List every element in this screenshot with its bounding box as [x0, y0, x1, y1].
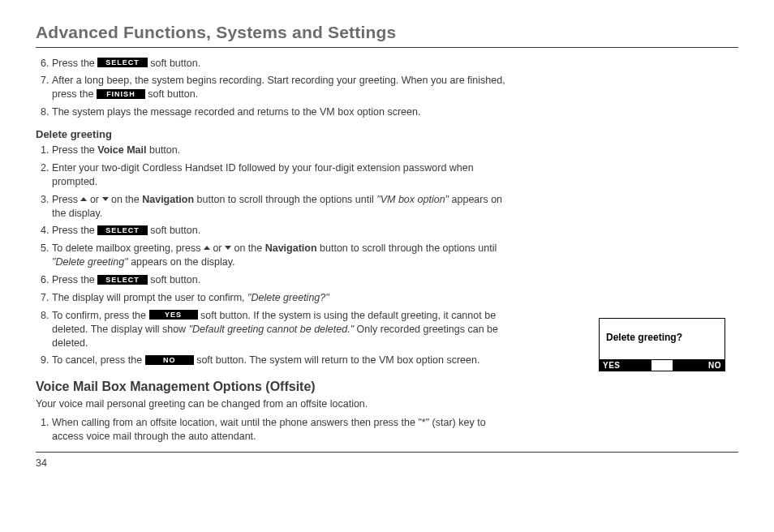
offsite-step-1: When calling from an offsite location, w…: [52, 414, 506, 446]
offsite-intro: Your voice mail personal greeting can be…: [36, 397, 490, 411]
step-8: The system plays the message recorded an…: [52, 104, 506, 122]
no-softkey-icon: NO: [145, 355, 194, 365]
offsite-steps: When calling from an offsite location, w…: [36, 414, 738, 446]
delete-step-9: To cancel, press the NO soft button. The…: [52, 352, 506, 370]
delete-step-6: Press the SELECT soft button.: [52, 272, 506, 290]
delete-greeting-heading: Delete greeting: [36, 128, 738, 140]
delete-step-2: Enter your two-digit Cordless Handset ID…: [52, 159, 506, 191]
lcd-softkey-row: YES NO: [600, 359, 725, 371]
yes-softkey-icon: YES: [149, 310, 198, 320]
lcd-yes-softkey: YES: [600, 360, 651, 371]
offsite-heading: Voice Mail Box Management Options (Offsi…: [36, 380, 738, 394]
down-arrow-icon: [225, 246, 231, 250]
down-arrow-icon: [102, 197, 109, 201]
select-softkey-icon: SELECT: [97, 58, 148, 67]
up-arrow-icon: [80, 197, 87, 201]
delete-step-5: To delete mailbox greeting, press or on …: [52, 240, 506, 272]
delete-step-7: The display will prompt the user to conf…: [52, 289, 506, 307]
page-number: 34: [36, 457, 738, 469]
finish-softkey-icon: FINISH: [97, 89, 145, 99]
headline-rule: [36, 47, 738, 48]
lcd-blank-softkey: [651, 360, 673, 371]
step-6: Press the SELECT soft button.: [52, 54, 506, 72]
lcd-no-softkey: NO: [673, 360, 725, 371]
delete-step-3: Press or on the Navigation button to scr…: [52, 191, 506, 222]
delete-step-4: Press the SELECT soft button.: [52, 222, 506, 240]
delete-step-1: Press the Voice Mail button.: [52, 142, 506, 160]
up-arrow-icon: [204, 246, 210, 250]
select-softkey-icon: SELECT: [97, 275, 148, 285]
delete-step-8: To confirm, press the YES soft button. I…: [52, 307, 506, 352]
lcd-diagram: Delete greeting? YES NO: [599, 318, 725, 371]
record-greeting-steps-continued: Press the SELECT soft button. After a lo…: [36, 54, 738, 122]
footer-rule: [36, 452, 738, 453]
page-headline: Advanced Functions, Systems and Settings: [36, 23, 738, 42]
manual-page: Advanced Functions, Systems and Settings…: [0, 0, 774, 532]
lcd-prompt: Delete greeting?: [600, 319, 725, 359]
step-7: After a long beep, the system begins rec…: [52, 72, 506, 104]
select-softkey-icon: SELECT: [97, 225, 148, 235]
